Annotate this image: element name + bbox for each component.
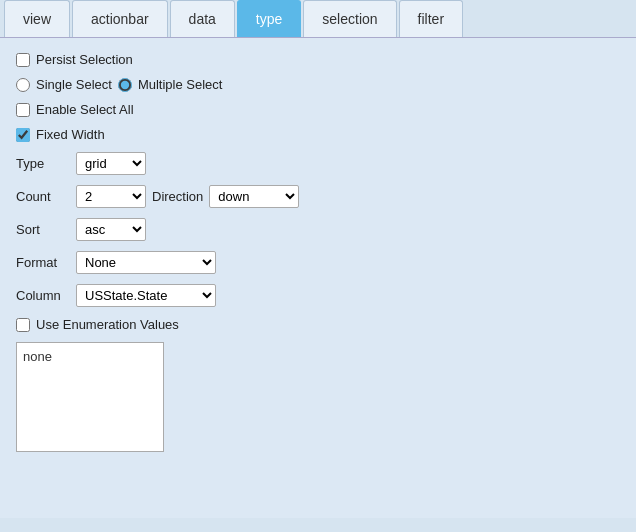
content-area: Persist Selection Single Select Multiple…: [0, 38, 636, 518]
select-mode-row: Single Select Multiple Select: [16, 77, 620, 92]
tab-filter[interactable]: filter: [399, 0, 463, 37]
list-item: none: [21, 347, 159, 366]
enable-select-all-label[interactable]: Enable Select All: [36, 102, 134, 117]
fixed-width-row: Fixed Width: [16, 127, 620, 142]
format-select[interactable]: None Text Number Date: [76, 251, 216, 274]
sort-row: Sort asc desc: [16, 218, 620, 241]
sort-label: Sort: [16, 222, 70, 237]
direction-select[interactable]: down right up left: [209, 185, 299, 208]
count-label: Count: [16, 189, 70, 204]
multiple-select-label[interactable]: Multiple Select: [138, 77, 223, 92]
use-enumeration-row: Use Enumeration Values: [16, 317, 620, 332]
single-select-label[interactable]: Single Select: [36, 77, 112, 92]
fixed-width-checkbox[interactable]: [16, 128, 30, 142]
multiple-select-radio[interactable]: [118, 78, 132, 92]
sort-select[interactable]: asc desc: [76, 218, 146, 241]
single-select-radio[interactable]: [16, 78, 30, 92]
tab-bar: view actionbar data type selection filte…: [0, 0, 636, 38]
persist-selection-row: Persist Selection: [16, 52, 620, 67]
tab-view[interactable]: view: [4, 0, 70, 37]
fixed-width-label[interactable]: Fixed Width: [36, 127, 105, 142]
persist-selection-label[interactable]: Persist Selection: [36, 52, 133, 67]
column-select[interactable]: USState.State USState.Code USState.Regio…: [76, 284, 216, 307]
count-direction-row: Count 1 2 3 4 5 Direction down right up …: [16, 185, 620, 208]
use-enumeration-label[interactable]: Use Enumeration Values: [36, 317, 179, 332]
format-row: Format None Text Number Date: [16, 251, 620, 274]
values-list-box[interactable]: none: [16, 342, 164, 452]
tab-type[interactable]: type: [237, 0, 301, 37]
type-row: Type grid list tile: [16, 152, 620, 175]
tab-selection[interactable]: selection: [303, 0, 396, 37]
direction-label: Direction: [152, 189, 203, 204]
format-label: Format: [16, 255, 70, 270]
use-enumeration-checkbox[interactable]: [16, 318, 30, 332]
type-label: Type: [16, 156, 70, 171]
column-row: Column USState.State USState.Code USStat…: [16, 284, 620, 307]
column-label: Column: [16, 288, 70, 303]
tab-data[interactable]: data: [170, 0, 235, 37]
persist-selection-checkbox[interactable]: [16, 53, 30, 67]
tab-actionbar[interactable]: actionbar: [72, 0, 168, 37]
type-select[interactable]: grid list tile: [76, 152, 146, 175]
enable-select-all-checkbox[interactable]: [16, 103, 30, 117]
enable-select-all-row: Enable Select All: [16, 102, 620, 117]
count-select[interactable]: 1 2 3 4 5: [76, 185, 146, 208]
